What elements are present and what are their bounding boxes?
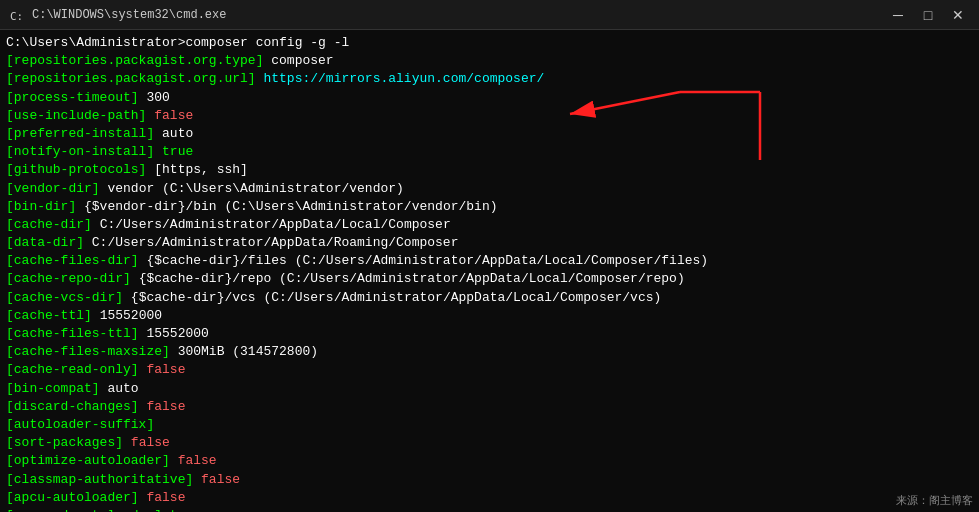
config-key: [process-timeout]: [6, 89, 139, 107]
config-value: false: [146, 107, 193, 125]
config-key: [notify-on-install]: [6, 143, 154, 161]
config-key: [bin-dir]: [6, 198, 76, 216]
config-value: https://mirrors.aliyun.com/composer/: [256, 70, 545, 88]
minimize-button[interactable]: ─: [885, 5, 911, 25]
cmd-icon: C:: [8, 7, 24, 23]
terminal-line: [cache-files-dir] {$cache-dir}/files (C:…: [6, 252, 973, 270]
config-value: false: [123, 434, 170, 452]
terminal-line: [apcu-autoloader] false: [6, 489, 973, 507]
config-value: auto: [100, 380, 139, 398]
terminal-line: [bin-compat] auto: [6, 380, 973, 398]
config-value: {$cache-dir}/repo (C:/Users/Administrato…: [131, 270, 685, 288]
terminal-line: [prepend-autoloader] true: [6, 507, 973, 512]
config-value: composer: [263, 52, 333, 70]
config-key: [repositories.packagist.org.type]: [6, 52, 263, 70]
config-value: true: [154, 143, 193, 161]
terminal-line: [repositories.packagist.org.type] compos…: [6, 52, 973, 70]
config-key: [bin-compat]: [6, 380, 100, 398]
terminal-line: [bin-dir] {$vendor-dir}/bin (C:\Users\Ad…: [6, 198, 973, 216]
watermark: 来源：阁主博客: [896, 493, 973, 508]
svg-text:C:: C:: [10, 10, 23, 23]
config-value: 15552000: [92, 307, 162, 325]
config-value: 300MiB (314572800): [170, 343, 318, 361]
title-bar-controls: ─ □ ✕: [885, 5, 971, 25]
terminal-line: [sort-packages] false: [6, 434, 973, 452]
config-value: C:/Users/Administrator/AppData/Roaming/C…: [84, 234, 458, 252]
config-key: [cache-files-maxsize]: [6, 343, 170, 361]
config-value: C:/Users/Administrator/AppData/Local/Com…: [92, 216, 451, 234]
config-value: {$cache-dir}/files (C:/Users/Administrat…: [139, 252, 709, 270]
config-value: [https, ssh]: [146, 161, 247, 179]
config-value: false: [139, 398, 186, 416]
config-key: [data-dir]: [6, 234, 84, 252]
config-value: false: [193, 471, 240, 489]
terminal[interactable]: C:\Users\Administrator>composer config -…: [0, 30, 979, 512]
terminal-line: [repositories.packagist.org.url] https:/…: [6, 70, 973, 88]
terminal-line: [cache-files-ttl] 15552000: [6, 325, 973, 343]
close-button[interactable]: ✕: [945, 5, 971, 25]
config-value: auto: [154, 125, 193, 143]
config-key: [preferred-install]: [6, 125, 154, 143]
config-key: [cache-vcs-dir]: [6, 289, 123, 307]
terminal-line: [classmap-authoritative] false: [6, 471, 973, 489]
config-key: [cache-files-dir]: [6, 252, 139, 270]
config-value: true: [162, 507, 201, 512]
title-bar-left: C: C:\WINDOWS\system32\cmd.exe: [8, 7, 226, 23]
terminal-line: [github-protocols] [https, ssh]: [6, 161, 973, 179]
config-key: [autoloader-suffix]: [6, 416, 154, 434]
maximize-button[interactable]: □: [915, 5, 941, 25]
terminal-line: [vendor-dir] vendor (C:\Users\Administra…: [6, 180, 973, 198]
window-title: C:\WINDOWS\system32\cmd.exe: [32, 8, 226, 22]
config-key: [prepend-autoloader]: [6, 507, 162, 512]
config-value: vendor (C:\Users\Administrator/vendor): [100, 180, 404, 198]
config-value: false: [139, 489, 186, 507]
config-key: [cache-ttl]: [6, 307, 92, 325]
config-key: [cache-repo-dir]: [6, 270, 131, 288]
config-key: [apcu-autoloader]: [6, 489, 139, 507]
terminal-line: [preferred-install] auto: [6, 125, 973, 143]
config-value: false: [139, 361, 186, 379]
config-value: {$cache-dir}/vcs (C:/Users/Administrator…: [123, 289, 661, 307]
config-key: [optimize-autoloader]: [6, 452, 170, 470]
terminal-line: [cache-ttl] 15552000: [6, 307, 973, 325]
terminal-line: [cache-read-only] false: [6, 361, 973, 379]
terminal-wrapper: C:\Users\Administrator>composer config -…: [0, 30, 979, 512]
config-key: [vendor-dir]: [6, 180, 100, 198]
terminal-line: [discard-changes] false: [6, 398, 973, 416]
config-value: false: [170, 452, 217, 470]
terminal-line: [cache-repo-dir] {$cache-dir}/repo (C:/U…: [6, 270, 973, 288]
terminal-line: [process-timeout] 300: [6, 89, 973, 107]
prompt-line: C:\Users\Administrator>composer config -…: [6, 34, 973, 52]
terminal-line: [cache-vcs-dir] {$cache-dir}/vcs (C:/Use…: [6, 289, 973, 307]
config-key: [cache-read-only]: [6, 361, 139, 379]
config-key: [cache-dir]: [6, 216, 92, 234]
config-value: {$vendor-dir}/bin (C:\Users\Administrato…: [76, 198, 497, 216]
config-key: [discard-changes]: [6, 398, 139, 416]
terminal-line: [cache-files-maxsize] 300MiB (314572800): [6, 343, 973, 361]
config-key: [use-include-path]: [6, 107, 146, 125]
terminal-line: [autoloader-suffix]: [6, 416, 973, 434]
config-key: [sort-packages]: [6, 434, 123, 452]
terminal-line: [cache-dir] C:/Users/Administrator/AppDa…: [6, 216, 973, 234]
terminal-line: [optimize-autoloader] false: [6, 452, 973, 470]
terminal-line: [data-dir] C:/Users/Administrator/AppDat…: [6, 234, 973, 252]
config-key: [github-protocols]: [6, 161, 146, 179]
terminal-line: [notify-on-install] true: [6, 143, 973, 161]
terminal-line: [use-include-path] false: [6, 107, 973, 125]
config-value: 15552000: [139, 325, 209, 343]
config-value: 300: [139, 89, 170, 107]
config-key: [cache-files-ttl]: [6, 325, 139, 343]
config-key: [classmap-authoritative]: [6, 471, 193, 489]
config-key: [repositories.packagist.org.url]: [6, 70, 256, 88]
title-bar: C: C:\WINDOWS\system32\cmd.exe ─ □ ✕: [0, 0, 979, 30]
